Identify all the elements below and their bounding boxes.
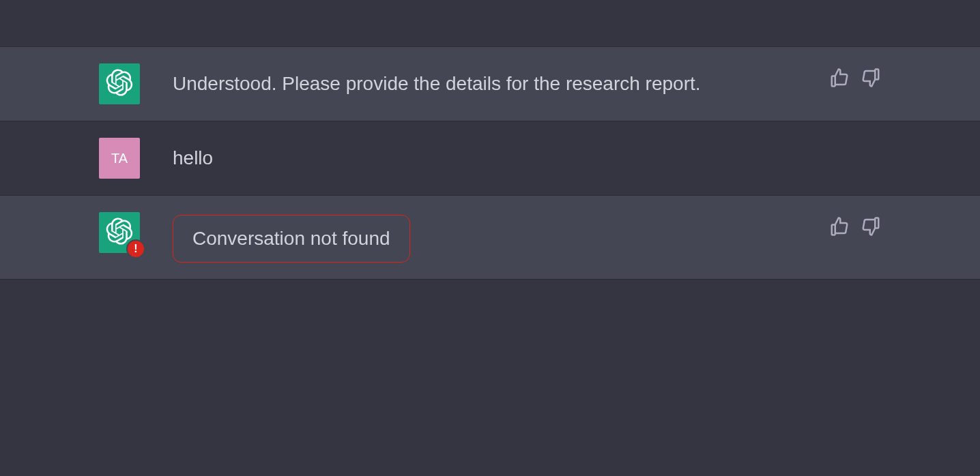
thumbs-up-icon	[829, 68, 850, 91]
message-assistant: Understood. Please provide the details f…	[0, 47, 980, 121]
error-message: Conversation not found	[173, 215, 410, 263]
thumbs-down-button[interactable]	[861, 68, 881, 91]
thumbs-up-button[interactable]	[829, 216, 850, 239]
thumbs-up-icon	[829, 216, 850, 239]
assistant-avatar	[99, 63, 140, 104]
feedback-controls	[829, 212, 881, 239]
thumbs-down-icon	[861, 216, 881, 239]
openai-logo-icon	[106, 69, 133, 100]
thumbs-down-icon	[861, 68, 881, 91]
message-text: hello	[173, 138, 881, 171]
message-error-container: Conversation not found	[173, 212, 796, 263]
user-avatar-initials: TA	[111, 151, 128, 166]
thumbs-down-button[interactable]	[861, 216, 881, 239]
feedback-controls	[829, 63, 881, 91]
error-badge-icon: !	[126, 239, 145, 258]
bottom-bar	[0, 280, 980, 337]
message-assistant-error: ! Conversation not found	[0, 196, 980, 280]
message-text: Understood. Please provide the details f…	[173, 63, 796, 97]
thumbs-up-button[interactable]	[829, 68, 850, 91]
message-user: TA hello	[0, 121, 980, 196]
assistant-avatar: !	[99, 212, 140, 253]
top-bar	[0, 0, 980, 47]
user-avatar: TA	[99, 138, 140, 179]
